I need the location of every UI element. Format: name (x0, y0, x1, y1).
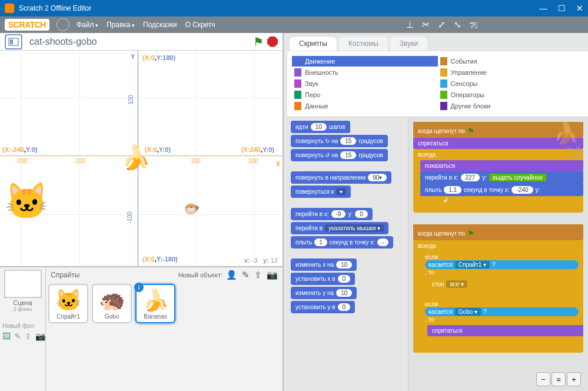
close-button[interactable]: ✕ (576, 4, 583, 13)
block-change-y[interactable]: изменить y на10 (291, 287, 357, 299)
category-внешность[interactable]: Внешность (292, 67, 438, 78)
block-turn-cw[interactable]: повернуть ↻ на15градусов (291, 135, 388, 147)
language-icon[interactable] (57, 18, 69, 31)
category-сенсоры[interactable]: Сенсоры (438, 78, 584, 89)
tab-scripts[interactable]: Скрипты (290, 37, 337, 51)
block-goto[interactable]: перейти вуказатель мышки ▾ (291, 222, 388, 234)
block-point-direction[interactable]: повернуть в направлении90▾ (291, 171, 391, 184)
stage-backdrops: 2 фоны (2, 306, 43, 312)
sprite-upload-icon[interactable]: ⇪ (254, 270, 262, 280)
menu-tips[interactable]: Подсказки (143, 21, 177, 29)
block-move-steps[interactable]: идти10шагов (291, 121, 350, 133)
app-icon (5, 4, 14, 13)
category-события[interactable]: События (438, 56, 584, 67)
sprite-item-gobo[interactable]: 🦔Gobo (92, 284, 132, 323)
backdrop-camera-icon[interactable]: 📷 (35, 332, 45, 341)
block-change-x[interactable]: изменить x на10 (291, 259, 357, 271)
scratch-logo: SCRATCH (5, 19, 49, 31)
mouse-coords: x: -3 y: 12 (244, 257, 278, 264)
category-движение[interactable]: Движение (292, 56, 438, 67)
project-title: cat-shoots-gobo (29, 37, 97, 47)
stage-view-toggle[interactable] (5, 34, 22, 49)
x-axis-label: X (276, 160, 280, 167)
block-set-y[interactable]: установить y в0 (291, 301, 355, 313)
menu-about[interactable]: О Скретч (185, 21, 215, 29)
sprite-item-sprite1[interactable]: 🐱Спрайт1 (48, 284, 88, 323)
coord-left: (X:-240,Y:0) (2, 146, 38, 153)
stage-label: Сцена (2, 299, 43, 306)
sprite-camera-icon[interactable]: 📷 (267, 270, 278, 280)
script-stack-2[interactable]: когда щелкнут по ⚑ всегда если касается … (413, 224, 583, 353)
category-перо[interactable]: Перо (292, 90, 438, 100)
script-area[interactable]: 🍌 x: -9 y: 0 когда щелкнут по ⚑ спрятать… (408, 117, 588, 391)
coord-bottom: (X:0,Y:-180) (142, 256, 178, 263)
minimize-button[interactable]: — (539, 4, 547, 13)
sprite-info-display: 🍌 x: -9 y: 0 (553, 121, 580, 160)
green-flag-button[interactable]: ⚑ (253, 35, 264, 49)
category-управление[interactable]: Управление (438, 67, 584, 78)
block-turn-ccw[interactable]: повернуть ↺ на15градусов (291, 149, 388, 161)
sprite-info-icon[interactable]: i (134, 283, 144, 292)
backdrop-paint-icon[interactable]: ✎ (14, 332, 21, 341)
sprite-library-icon[interactable]: 👤 (226, 270, 237, 280)
zoom-reset-button[interactable]: = (552, 372, 566, 386)
category-другие блоки[interactable]: Другие блоки (438, 101, 584, 111)
tab-sounds[interactable]: Звуки (390, 37, 427, 51)
sprite-gobo-on-stage[interactable]: 🐡 (184, 201, 200, 217)
category-звук[interactable]: Звук (292, 78, 438, 89)
category-операторы[interactable]: Операторы (438, 90, 584, 100)
backdrop-library-icon[interactable]: 🖼 (2, 332, 11, 341)
stage[interactable]: Y X (X:0,Y:180) (X:0,Y:-180) (X:-240,Y:0… (0, 51, 283, 267)
sprite-item-bananas[interactable]: i 🍌Bananas (135, 284, 175, 323)
category-данные[interactable]: Данные (292, 101, 438, 111)
stage-thumbnail[interactable] (4, 270, 42, 298)
zoom-out-button[interactable]: − (536, 372, 550, 386)
backdrop-upload-icon[interactable]: ⇪ (25, 332, 32, 341)
new-backdrop-label: Новый фон: (2, 323, 43, 329)
sprite-cat-on-stage[interactable]: 🐱 (5, 180, 49, 222)
scissors-icon[interactable]: ✂ (422, 19, 430, 30)
sprite-paint-icon[interactable]: ✎ (242, 270, 250, 280)
coord-right: (X:240,Y:0) (241, 146, 274, 153)
window-title: Scratch 2 Offline Editor (19, 4, 91, 12)
sprites-label: Спрайты (51, 271, 79, 279)
zoom-in-button[interactable]: + (567, 372, 581, 386)
new-object-label: Новый объект: (178, 271, 222, 279)
maximize-button[interactable]: ☐ (558, 4, 566, 13)
menu-edit[interactable]: Правка (107, 21, 135, 29)
shrink-icon[interactable]: ⤡ (454, 19, 461, 30)
sprite-bananas-on-stage[interactable]: 🍌 (121, 144, 151, 171)
block-glide[interactable]: плыть1секунд в точку x:- (291, 236, 393, 248)
stamp-icon[interactable]: ⊥ (406, 19, 414, 30)
help-icon[interactable]: ?⃝ (470, 20, 478, 30)
block-palette: идти10шагов повернуть ↻ на15градусов пов… (287, 117, 408, 391)
block-point-towards[interactable]: повернуться к▾ (291, 185, 351, 198)
y-axis-label: Y (131, 53, 135, 60)
grow-icon[interactable]: ⤢ (438, 19, 446, 30)
tab-costumes[interactable]: Костюмы (339, 37, 388, 51)
svg-rect-1 (10, 39, 13, 44)
block-set-x[interactable]: установить x в0 (291, 273, 355, 285)
menu-file[interactable]: Файл (77, 21, 98, 29)
block-goto-xy[interactable]: перейти в x:-9y:0 (291, 208, 373, 220)
coord-top: (X:0,Y:180) (142, 54, 175, 61)
stop-button[interactable] (267, 37, 278, 47)
